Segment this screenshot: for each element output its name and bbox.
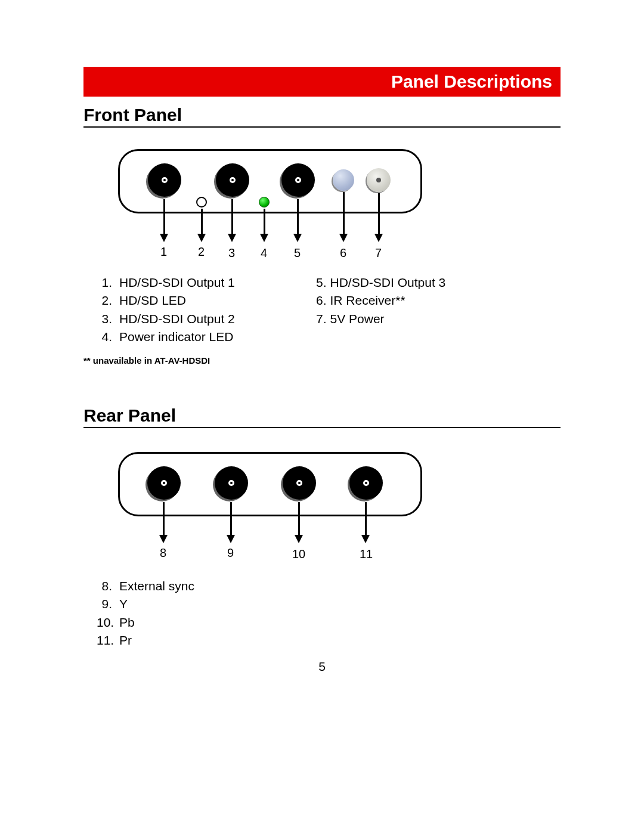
callout-7: 7 [375, 246, 382, 260]
bnc-connector-11-icon [348, 465, 384, 501]
list-item: 8.External sync [97, 577, 335, 595]
list-item: 5.HD/SD-SDI Output 3 [316, 274, 525, 292]
arrow-7 [378, 193, 380, 234]
bnc-connector-1-icon [147, 162, 182, 198]
list-item: 4.Power indicator LED [97, 328, 305, 346]
arrow-8-head [159, 535, 168, 543]
callout-2: 2 [198, 245, 205, 259]
arrow-11-head [361, 535, 370, 543]
list-item: 3.HD/SD-SDI Output 2 [97, 310, 305, 328]
power-jack-icon [367, 168, 391, 192]
front-panel-title: Front Panel [83, 105, 182, 125]
front-panel-underline [83, 126, 561, 128]
front-list-right: 5.HD/SD-SDI Output 3 6.IR Receiver** 7.5… [316, 274, 525, 328]
arrow-2 [201, 209, 203, 234]
arrow-2-head [197, 234, 206, 242]
list-item: 7.5V Power [316, 310, 525, 328]
arrow-9-head [227, 535, 235, 543]
ir-receiver-icon [333, 169, 354, 191]
arrow-3-head [228, 234, 236, 242]
arrow-8 [163, 502, 165, 535]
bnc-connector-2-icon [215, 162, 250, 198]
bnc-connector-9-icon [213, 465, 249, 501]
list-item: 2.HD/SD LED [97, 292, 305, 309]
callout-9: 9 [227, 546, 234, 560]
power-led-icon [259, 197, 270, 208]
callout-11: 11 [360, 547, 373, 561]
front-list-left: 1.HD/SD-SDI Output 1 2.HD/SD LED 3.HD/SD… [97, 274, 305, 346]
bnc-connector-10-icon [281, 465, 317, 501]
arrow-4-head [260, 234, 268, 242]
rear-panel-title: Rear Panel [83, 405, 176, 426]
arrow-3 [231, 199, 233, 234]
arrow-1-head [160, 234, 168, 242]
arrow-10 [298, 502, 300, 535]
callout-6: 6 [340, 246, 346, 260]
rear-panel-underline [83, 427, 561, 428]
bnc-connector-3-icon [280, 162, 316, 198]
list-item: 6.IR Receiver** [316, 292, 525, 309]
callout-3: 3 [228, 246, 235, 260]
arrow-10-head [295, 535, 303, 543]
section-header-bar: Panel Descriptions [83, 67, 561, 97]
list-item: 1.HD/SD-SDI Output 1 [97, 274, 305, 292]
footnote: ** unavailable in AT-AV-HDSDI [83, 355, 210, 366]
section-header-title: Panel Descriptions [391, 72, 552, 92]
callout-5: 5 [294, 246, 301, 260]
arrow-5-head [293, 234, 302, 242]
arrow-1 [163, 199, 165, 234]
callout-4: 4 [261, 246, 267, 260]
arrow-6-head [339, 234, 348, 242]
callout-8: 8 [160, 546, 166, 560]
callout-1: 1 [160, 245, 167, 259]
list-item: 10.Pb [97, 614, 335, 631]
arrow-5 [297, 199, 299, 234]
callout-10: 10 [292, 547, 305, 561]
arrow-7-head [374, 234, 383, 242]
list-item: 9.Y [97, 595, 335, 613]
arrow-9 [230, 502, 232, 535]
arrow-6 [343, 192, 345, 234]
page-number: 5 [0, 659, 644, 674]
arrow-4 [264, 209, 265, 234]
rear-list: 8.External sync 9.Y 10.Pb 11.Pr [97, 577, 335, 650]
hd-sd-led-icon [196, 197, 207, 208]
arrow-11 [365, 502, 367, 535]
bnc-connector-8-icon [146, 465, 182, 501]
list-item: 11.Pr [97, 631, 335, 649]
page: Panel Descriptions Front Panel 1 2 3 4 5 [0, 0, 644, 833]
